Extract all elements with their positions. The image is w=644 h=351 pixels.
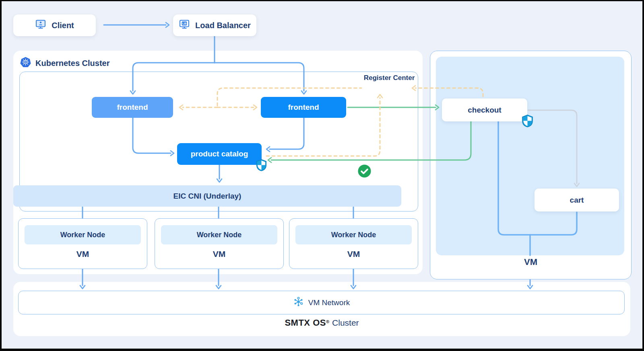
vm-inner-panel bbox=[436, 57, 624, 255]
cart-label: cart bbox=[570, 196, 584, 205]
register-center-label: Register Center bbox=[363, 74, 415, 82]
security-shield-icon bbox=[521, 114, 534, 129]
smtx-cluster-word: Cluster bbox=[332, 318, 359, 327]
vm-label-right: VM bbox=[430, 257, 631, 267]
product-catalog-node: product catalog bbox=[177, 143, 262, 165]
frontend-left-label: frontend bbox=[117, 103, 148, 112]
smtx-brand: SMTX OS bbox=[285, 318, 326, 328]
vm-network-label: VM Network bbox=[308, 298, 350, 307]
cart-node: cart bbox=[535, 189, 619, 211]
worker-node-3-pill: Worker Node bbox=[295, 225, 412, 244]
frontend-right-node: frontend bbox=[261, 97, 346, 118]
frontend-right-label: frontend bbox=[288, 103, 319, 112]
smtx-registered-mark: ® bbox=[326, 319, 329, 324]
checkout-node: checkout bbox=[442, 99, 527, 121]
worker-node-3: Worker Node VM bbox=[289, 218, 418, 269]
diagram-canvas: Kubernetes Cluster VM bbox=[2, 1, 642, 349]
frontend-left-node: frontend bbox=[92, 97, 173, 118]
security-shield-icon bbox=[255, 159, 268, 173]
worker-node-1: Worker Node VM bbox=[18, 218, 147, 269]
worker-node-1-vm-label: VM bbox=[19, 249, 147, 259]
worker-node-1-pill: Worker Node bbox=[25, 225, 141, 244]
monitor-lb-icon: LB bbox=[179, 19, 190, 32]
worker-node-1-label: Worker Node bbox=[60, 231, 105, 239]
monitor-user-icon bbox=[35, 19, 46, 32]
network-hub-icon bbox=[293, 296, 304, 309]
client-node: Client bbox=[13, 14, 96, 36]
product-catalog-label: product catalog bbox=[191, 150, 248, 158]
kubernetes-cluster-header: Kubernetes Cluster bbox=[20, 57, 110, 70]
worker-node-2: Worker Node VM bbox=[155, 218, 284, 269]
load-balancer-label: Load Balancer bbox=[195, 21, 251, 30]
vm-network-bar: VM Network bbox=[18, 291, 625, 314]
checkout-label: checkout bbox=[468, 106, 501, 115]
worker-node-3-label: Worker Node bbox=[331, 231, 376, 239]
green-check-icon bbox=[357, 164, 372, 180]
kubernetes-cluster-title: Kubernetes Cluster bbox=[35, 59, 110, 68]
kubernetes-wheel-icon bbox=[20, 57, 31, 70]
worker-node-3-vm-label: VM bbox=[289, 249, 418, 259]
worker-node-2-pill: Worker Node bbox=[161, 225, 277, 244]
worker-node-2-vm-label: VM bbox=[155, 249, 283, 259]
smtx-os-cluster-title: SMTX OS®Cluster bbox=[13, 318, 630, 328]
vm-container-right: VM bbox=[430, 51, 632, 279]
svg-text:LB: LB bbox=[182, 22, 187, 25]
client-label: Client bbox=[52, 21, 74, 30]
eic-cni-label: EIC CNI (Underlay) bbox=[173, 192, 242, 201]
load-balancer-node: LB Load Balancer bbox=[173, 14, 256, 36]
smtx-cluster-container: VM Network SMTX OS®Cluster bbox=[13, 282, 630, 336]
eic-cni-bar: EIC CNI (Underlay) bbox=[13, 185, 401, 207]
worker-node-2-label: Worker Node bbox=[197, 231, 242, 239]
